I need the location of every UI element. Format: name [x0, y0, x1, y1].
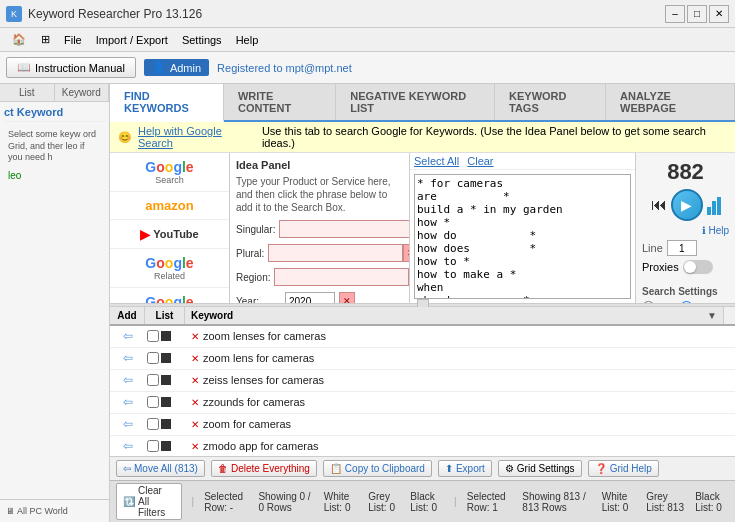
grid-settings-button[interactable]: ⚙ Grid Settings [498, 460, 582, 477]
row-black-sq-1[interactable] [161, 353, 171, 363]
tab-keyword-tags[interactable]: KEYWORD TAGS [495, 84, 606, 120]
grid-scroll[interactable]: ⇦ ✕ zoom lenses for cameras ⇦ [110, 326, 735, 457]
keywords-textarea[interactable]: * for cameras are * build a * in my gard… [414, 174, 631, 299]
add-arrow-4[interactable]: ⇦ [123, 417, 133, 431]
row-x-2[interactable]: ✕ [191, 375, 199, 386]
add-arrow-1[interactable]: ⇦ [123, 351, 133, 365]
close-button[interactable]: ✕ [709, 5, 729, 23]
row-checkbox-2[interactable] [147, 374, 159, 386]
bar-chart-icon [707, 195, 721, 215]
row-checkbox-3[interactable] [147, 396, 159, 408]
year-clear-btn[interactable]: ✕ [339, 292, 355, 303]
singular-input[interactable] [279, 220, 410, 238]
menu-file[interactable]: File [58, 32, 88, 48]
google-related-logo: Google [145, 255, 193, 271]
row-black-sq-2[interactable] [161, 375, 171, 385]
idea-panel-title: Idea Panel [236, 159, 403, 171]
table-row: ⇦ ✕ zoom for cameras [110, 414, 735, 436]
singular-field: Singular: ✕ [236, 220, 403, 238]
grid-icon-btn[interactable]: ⊞ [34, 30, 56, 50]
row-x-1[interactable]: ✕ [191, 353, 199, 364]
add-arrow-2[interactable]: ⇦ [123, 373, 133, 387]
tab-find-keywords[interactable]: FIND KEYWORDS [110, 84, 224, 122]
minimize-button[interactable]: – [665, 5, 685, 23]
instruction-manual-button[interactable]: 📖 Instruction Manual [6, 57, 136, 78]
app-icon: K [6, 6, 22, 22]
window-controls: – □ ✕ [665, 5, 729, 23]
add-arrow-5[interactable]: ⇦ [123, 439, 133, 453]
black-list2-label: Black List: 0 [695, 491, 729, 513]
row-black-sq-0[interactable] [161, 331, 171, 341]
help-small-link[interactable]: ℹ Help [642, 225, 729, 236]
prev-btn[interactable]: ⏮ [651, 196, 667, 214]
stats-panel: 882 ⏮ ▶ ℹ Help Line Proxies [635, 153, 735, 303]
help-google-link[interactable]: Help with Google Search [138, 125, 256, 149]
source-amazon[interactable]: amazon [110, 192, 229, 220]
cell-add-2: ⇦ [110, 372, 145, 388]
cell-add-4: ⇦ [110, 416, 145, 432]
plural-clear-btn[interactable]: ✕ [403, 244, 410, 262]
row-black-sq-3[interactable] [161, 397, 171, 407]
row-x-0[interactable]: ✕ [191, 331, 199, 342]
copy-clipboard-button[interactable]: 📋 Copy to Clipboard [323, 460, 432, 477]
row-black-sq-5[interactable] [161, 441, 171, 451]
row-x-4[interactable]: ✕ [191, 419, 199, 430]
grid-help-icon: ❓ [595, 463, 607, 474]
source-youtube[interactable]: ▶ YouTube [110, 220, 229, 249]
line-row: Line [642, 240, 729, 256]
row-x-5[interactable]: ✕ [191, 441, 199, 452]
menu-settings[interactable]: Settings [176, 32, 228, 48]
row-checkbox-4[interactable] [147, 418, 159, 430]
tab-write-content[interactable]: WRITE CONTENT [224, 84, 336, 120]
help-description: Use this tab to search Google for Keywor… [262, 125, 727, 149]
source-google4[interactable]: Google [110, 288, 229, 303]
source-google-related[interactable]: Google Related [110, 249, 229, 288]
tab-negative-keywords[interactable]: NEGATIVE KEYWORD LIST [336, 84, 495, 120]
menu-help[interactable]: Help [230, 32, 265, 48]
delete-everything-button[interactable]: 🗑 Delete Everything [211, 460, 317, 477]
clear-link[interactable]: Clear [467, 155, 493, 167]
row-checkbox-1[interactable] [147, 352, 159, 364]
move-all-button[interactable]: ⇦ Move All (813) [116, 460, 205, 477]
region-input[interactable] [274, 268, 409, 286]
sidebar-note: Select some keyw ord Grid, and ther leo … [4, 125, 105, 168]
export-button[interactable]: ⬆ Export [438, 460, 492, 477]
keyword-text-3: zzounds for cameras [203, 396, 305, 408]
sources-panel: Google Search amazon ▶ YouTube [110, 153, 230, 303]
sidebar: List Keyword ct Keyword Select some keyw… [0, 84, 110, 522]
select-all-link[interactable]: Select All [414, 155, 459, 167]
menu-import-export[interactable]: Import / Export [90, 32, 174, 48]
row-x-3[interactable]: ✕ [191, 397, 199, 408]
admin-badge: 👤 Admin [144, 59, 209, 76]
delete-icon: 🗑 [218, 463, 228, 474]
row-checkbox-0[interactable] [147, 330, 159, 342]
year-field: Year: ✕ [236, 292, 403, 303]
row-black-sq-4[interactable] [161, 419, 171, 429]
status-bar: 🔃 Clear All Filters | Selected Row: - Sh… [110, 480, 735, 522]
grid-help-button[interactable]: ❓ Grid Help [588, 460, 659, 477]
tab-bar: FIND KEYWORDS WRITE CONTENT NEGATIVE KEY… [110, 84, 735, 122]
play-button[interactable]: ▶ [671, 189, 703, 221]
clear-filters-button[interactable]: 🔃 Clear All Filters [116, 483, 182, 520]
grid-area: Add List Keyword ▼ ⇦ ✕ [110, 307, 735, 457]
menu-icons: 🏠 ⊞ [8, 30, 56, 50]
line-label: Line [642, 242, 663, 254]
source-google[interactable]: Google Search [110, 153, 229, 192]
maximize-button[interactable]: □ [687, 5, 707, 23]
year-input[interactable] [285, 292, 335, 303]
row-checkbox-5[interactable] [147, 440, 159, 452]
cell-list-3 [145, 395, 185, 409]
line-input[interactable] [667, 240, 697, 256]
tab-analyze-webpage[interactable]: ANALYZE WEBPAGE [606, 84, 735, 120]
proxies-toggle[interactable] [683, 260, 713, 274]
add-arrow-3[interactable]: ⇦ [123, 395, 133, 409]
sidebar-green-link[interactable]: leo [4, 168, 105, 183]
sort-button[interactable]: ▼ [707, 310, 717, 321]
table-row: ⇦ ✕ zeiss lenses for cameras [110, 370, 735, 392]
help-bar: 😊 Help with Google Search Use this tab t… [110, 122, 735, 153]
keywords-list-panel: Select All Clear * for cameras are * bui… [410, 153, 635, 303]
plural-input[interactable] [268, 244, 403, 262]
table-row: ⇦ ✕ zoom lenses for cameras [110, 326, 735, 348]
add-arrow-0[interactable]: ⇦ [123, 329, 133, 343]
home-icon-btn[interactable]: 🏠 [8, 30, 30, 50]
